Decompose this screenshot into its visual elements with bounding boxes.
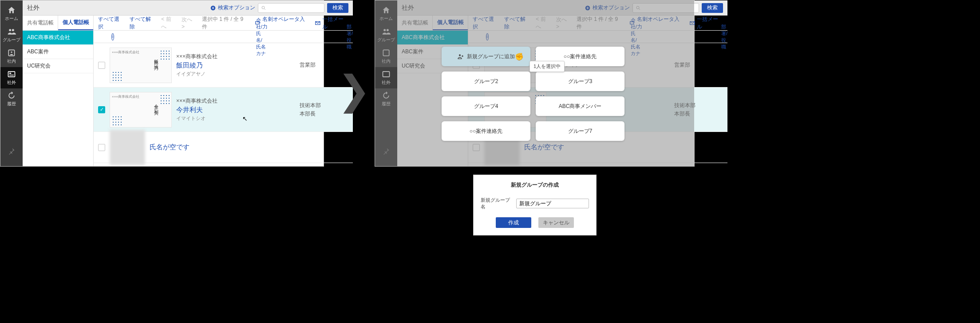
grab-cursor-icon: ✊	[515, 52, 524, 61]
svg-rect-7	[9, 76, 14, 76]
contact-info: ×××商事株式会社 今井利夫 イマイトシオ	[176, 97, 295, 122]
card-thumb-name: 今井 利夫	[153, 100, 159, 108]
book-tabs: 共有電話帳 個人電話帳	[23, 16, 93, 31]
contact-name[interactable]: 今井利夫	[176, 106, 295, 114]
bulk-mail-label: 一括メール	[322, 16, 348, 31]
picker-option[interactable]: ○○案件連絡先	[442, 121, 530, 141]
external-icon	[7, 70, 16, 79]
app-window-after: ホーム グループ 社内 社外 履歴 社外 検索オプション 検索 共有電話帳 個人…	[375, 0, 695, 167]
drag-selection-badge: 1人を選択中	[530, 61, 565, 72]
card-pattern-icon	[112, 71, 122, 81]
plus-circle-icon	[210, 5, 216, 11]
nav-external[interactable]: 社外	[0, 67, 23, 88]
nav-internal-label: 社内	[7, 58, 16, 64]
group-icon	[7, 27, 16, 36]
svg-rect-6	[9, 75, 14, 75]
nav-external-label: 社外	[7, 80, 16, 86]
picker-option[interactable]: グループ2	[442, 72, 530, 91]
add-group-icon	[457, 53, 464, 60]
group-item-uc-research[interactable]: UC研究会	[23, 59, 93, 73]
tab-personal[interactable]: 個人電話帳	[58, 16, 93, 30]
dialog-buttons: 作成 キャンセル	[481, 217, 589, 228]
contact-row[interactable]: ✓ ×××商事株式会社 今井 利夫 ×××商事株式会社 今井利夫 イマイトシオ	[94, 88, 353, 132]
svg-point-1	[12, 29, 14, 31]
card-pattern-icon	[160, 50, 170, 60]
picker-option[interactable]: グループ7	[536, 121, 624, 141]
card-thumb-company: ×××商事株式会社	[112, 50, 139, 54]
nav-group[interactable]: グループ	[0, 24, 23, 46]
main-sidebar: ホーム グループ 社内 社外 履歴	[0, 0, 23, 166]
create-button[interactable]: 作成	[496, 217, 531, 228]
select-all-link[interactable]: すべて選択	[98, 16, 124, 31]
group-name-label: 新規グループ名	[481, 197, 513, 210]
card-thumbnail[interactable]: ×××商事株式会社 今井 利夫	[110, 92, 172, 128]
contact-kana: イマイトシオ	[176, 115, 295, 122]
picker-option[interactable]: グループ3	[536, 72, 624, 91]
rows: ×××商事株式会社 飯田 綾乃 ×××商事株式会社 飯田綾乃 イイダアヤノ 営業…	[94, 43, 353, 166]
picker-new-group-label: 新規グループに追加	[467, 53, 515, 60]
transition-arrow-icon: ❯	[337, 67, 371, 113]
svg-rect-5	[9, 73, 11, 74]
card-pattern-icon	[112, 116, 122, 125]
picker-option[interactable]: グループ4	[442, 96, 530, 116]
contact-company: ×××商事株式会社	[176, 97, 295, 105]
prev-page[interactable]: < 前へ	[161, 16, 176, 31]
contact-name[interactable]: 氏名が空です	[150, 143, 348, 152]
home-icon	[7, 6, 16, 15]
pin-icon	[7, 147, 16, 156]
nav-home[interactable]: ホーム	[0, 3, 23, 24]
search-icon	[261, 5, 266, 11]
search-button[interactable]: 検索	[702, 3, 723, 13]
card-thumb-name: 飯田 綾乃	[153, 56, 159, 64]
nav-group-label: グループ	[3, 37, 20, 43]
search-options-link[interactable]: 検索オプション	[210, 4, 255, 12]
selection-count: 選択中 1 件 / 全 9 件	[202, 16, 249, 31]
card-thumbnail-blurred[interactable]	[110, 130, 145, 165]
deselect-all-link[interactable]: すべて解除	[130, 16, 156, 31]
row-checkbox[interactable]	[98, 144, 105, 151]
nav-history[interactable]: 履歴	[0, 88, 23, 110]
nav-home-label: ホーム	[5, 16, 18, 22]
nav-internal[interactable]: 社内	[0, 46, 23, 67]
card-pattern-icon	[160, 94, 170, 104]
next-page[interactable]: 次へ >	[182, 16, 197, 30]
topbar: 社外 検索オプション 検索	[23, 0, 353, 16]
row-checkbox[interactable]: ✓	[98, 106, 105, 113]
card-thumbnail[interactable]: ×××商事株式会社 飯田 綾乃	[110, 48, 172, 83]
mail-icon	[315, 20, 321, 26]
search-button[interactable]: 検索	[327, 3, 348, 13]
main-area: 社外 検索オプション 検索 共有電話帳 個人電話帳 ABC商事株式会社 ABC案…	[23, 0, 353, 166]
history-icon	[7, 91, 16, 100]
nav-pin[interactable]	[0, 140, 23, 162]
svg-point-3	[11, 52, 12, 53]
svg-rect-4	[8, 72, 15, 77]
breadcrumb: 社外	[27, 4, 40, 12]
contact-info: 氏名が空です	[150, 143, 348, 152]
card-thumb-company: ×××商事株式会社	[112, 95, 139, 99]
tab-shared[interactable]: 共有電話帳	[23, 16, 58, 30]
contact-row[interactable]: ×××商事株式会社 飯田 綾乃 ×××商事株式会社 飯田綾乃 イイダアヤノ 営業…	[94, 43, 353, 88]
picker-option[interactable]: ABC商事メンバー	[536, 96, 624, 116]
search-input[interactable]	[258, 3, 324, 13]
app-window-before: ホーム グループ 社内 社外 履歴 社外 検索オプション	[0, 0, 324, 167]
svg-point-0	[9, 29, 11, 31]
row-checkbox[interactable]	[98, 62, 105, 69]
cancel-button[interactable]: キャンセル	[538, 217, 574, 228]
internal-icon	[7, 48, 16, 57]
contact-company: ×××商事株式会社	[176, 53, 295, 60]
cursor-icon: ↖	[242, 115, 248, 122]
contact-row[interactable]: 氏名が空です	[94, 132, 353, 163]
content: 共有電話帳 個人電話帳 ABC商事株式会社 ABC案件 UC研究会 すべて選択 …	[23, 16, 353, 166]
bulk-mail-link[interactable]: 一括メール	[689, 16, 723, 31]
group-name-input[interactable]	[516, 199, 589, 208]
svg-point-9	[262, 6, 265, 9]
bulk-mail-link[interactable]: 一括メール	[315, 16, 348, 31]
new-group-dialog: 新規グループの作成 新規グループ名 作成 キャンセル	[473, 175, 597, 235]
info-icon[interactable]: i	[111, 33, 114, 40]
contact-info: ×××商事株式会社 飯田綾乃 イイダアヤノ	[176, 53, 295, 77]
book-panel: 共有電話帳 個人電話帳 ABC商事株式会社 ABC案件 UC研究会	[23, 16, 94, 166]
group-item-abc-trading[interactable]: ABC商事株式会社	[23, 31, 93, 45]
operator-input-label: 名刺オペレータ入力	[262, 16, 309, 31]
group-item-abc-project[interactable]: ABC案件	[23, 45, 93, 59]
contact-name[interactable]: 飯田綾乃	[176, 61, 295, 70]
